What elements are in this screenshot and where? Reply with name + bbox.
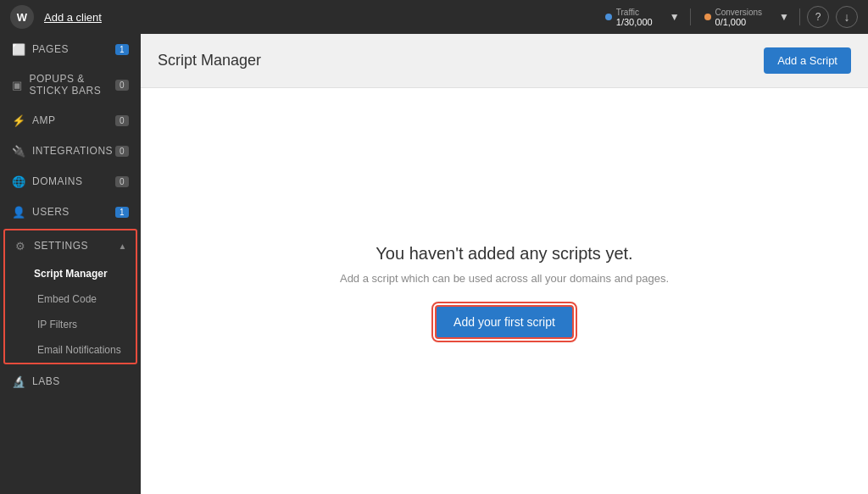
help-button[interactable]: ? — [807, 6, 829, 28]
conversions-dot — [704, 14, 711, 20]
sidebar-item-labs[interactable]: 🔬 Labs — [0, 366, 141, 397]
conversions-label: Conversions — [715, 8, 763, 17]
sidebar-item-domains-label: Domains — [32, 175, 83, 187]
users-badge: 1 — [115, 207, 129, 218]
traffic-dropdown-button[interactable]: ▼ — [666, 9, 683, 25]
sidebar-item-integrations-label: Integrations — [32, 145, 113, 157]
download-button[interactable]: ↓ — [836, 6, 858, 28]
logo-text: W — [17, 11, 27, 24]
add-script-button[interactable]: Add a Script — [764, 47, 851, 74]
pages-icon: ⬜ — [12, 42, 25, 56]
users-icon: 👤 — [12, 205, 25, 219]
script-manager-label: Script Manager — [34, 268, 108, 280]
sidebar-item-users[interactable]: 👤 Users 1 — [0, 197, 141, 227]
sidebar-item-popups-left: ▣ Popups & Sticky Bars — [12, 73, 115, 97]
popups-badge: 0 — [115, 80, 129, 91]
sidebar-item-popups[interactable]: ▣ Popups & Sticky Bars 0 — [0, 64, 141, 105]
traffic-stat: Traffic 1/30,000 — [598, 8, 659, 27]
empty-state: You haven't added any scripts yet. Add a… — [340, 244, 669, 339]
main-content: You haven't added any scripts yet. Add a… — [141, 88, 868, 494]
sidebar-item-integrations[interactable]: 🔌 Integrations 0 — [0, 136, 141, 166]
empty-title: You haven't added any scripts yet. — [340, 244, 669, 264]
ip-filters-label: IP Filters — [37, 319, 77, 330]
integrations-icon: 🔌 — [12, 144, 25, 158]
add-first-script-button[interactable]: Add your first script — [435, 305, 574, 339]
sidebar-sub-item-ip-filters[interactable]: IP Filters — [5, 312, 136, 337]
add-client-link[interactable]: Add a client — [44, 11, 102, 24]
app-logo: W — [10, 5, 34, 29]
topbar-divider-2 — [799, 8, 800, 25]
embed-code-label: Embed Code — [37, 293, 97, 305]
amp-badge: 0 — [115, 115, 129, 126]
conversions-stat: Conversions 0/1,000 — [698, 8, 770, 27]
sidebar-item-domains[interactable]: 🌐 Domains 0 — [0, 166, 141, 197]
integrations-badge: 0 — [115, 146, 129, 157]
main-header: Script Manager Add a Script — [141, 34, 868, 88]
settings-label: Settings — [34, 240, 88, 252]
pages-badge: 1 — [115, 44, 129, 55]
settings-chevron-icon: ▲ — [119, 241, 127, 251]
sidebar-sub-item-script-manager[interactable]: Script Manager — [5, 261, 136, 286]
email-notifications-label: Email Notifications — [37, 344, 121, 356]
sidebar-item-labs-left: 🔬 Labs — [12, 375, 60, 388]
topbar-divider — [690, 8, 691, 25]
sidebar-item-integrations-left: 🔌 Integrations — [12, 144, 113, 158]
topbar-left: W Add a client — [10, 5, 102, 29]
topbar-right: Traffic 1/30,000 ▼ Conversions 0/1,000 ▼… — [598, 6, 858, 28]
popups-icon: ▣ — [12, 78, 23, 92]
domains-icon: 🌐 — [12, 175, 25, 188]
conversions-value: 0/1,000 — [715, 17, 763, 27]
sidebar-item-settings[interactable]: ⚙ Settings ▲ — [5, 230, 136, 261]
domains-badge: 0 — [115, 176, 129, 187]
sidebar: ⬜ Pages 1 ▣ Popups & Sticky Bars 0 ⚡ AMP… — [0, 34, 141, 494]
settings-header-left: ⚙ Settings — [14, 239, 88, 253]
settings-icon: ⚙ — [14, 239, 27, 253]
traffic-dot — [605, 14, 612, 20]
sidebar-item-amp-left: ⚡ AMP — [12, 114, 56, 127]
labs-icon: 🔬 — [12, 375, 25, 388]
sidebar-item-pages-left: ⬜ Pages — [12, 42, 69, 56]
labs-label: Labs — [32, 375, 60, 387]
sidebar-sub-item-embed-code[interactable]: Embed Code — [5, 286, 136, 312]
sidebar-item-pages-label: Pages — [32, 43, 69, 55]
empty-subtitle: Add a script which can be used across al… — [340, 272, 669, 285]
sidebar-item-amp[interactable]: ⚡ AMP 0 — [0, 105, 141, 136]
sidebar-item-amp-label: AMP — [32, 114, 56, 126]
topbar: W Add a client Traffic 1/30,000 ▼ Conver… — [0, 0, 868, 34]
layout: ⬜ Pages 1 ▣ Popups & Sticky Bars 0 ⚡ AMP… — [0, 34, 868, 494]
sidebar-sub-item-email-notifications[interactable]: Email Notifications — [5, 337, 136, 363]
traffic-label: Traffic — [616, 8, 653, 17]
traffic-value: 1/30,000 — [616, 17, 653, 27]
sidebar-item-users-left: 👤 Users — [12, 205, 70, 219]
sidebar-item-users-label: Users — [32, 206, 70, 218]
settings-section: ⚙ Settings ▲ Script Manager Embed Code I… — [3, 229, 137, 364]
main-area: Script Manager Add a Script You haven't … — [141, 34, 868, 494]
sidebar-item-pages[interactable]: ⬜ Pages 1 — [0, 34, 141, 64]
sidebar-item-popups-label: Popups & Sticky Bars — [30, 73, 116, 97]
amp-icon: ⚡ — [12, 114, 25, 127]
sidebar-item-domains-left: 🌐 Domains — [12, 175, 83, 188]
page-title: Script Manager — [158, 52, 261, 69]
conversions-dropdown-button[interactable]: ▼ — [776, 9, 793, 25]
